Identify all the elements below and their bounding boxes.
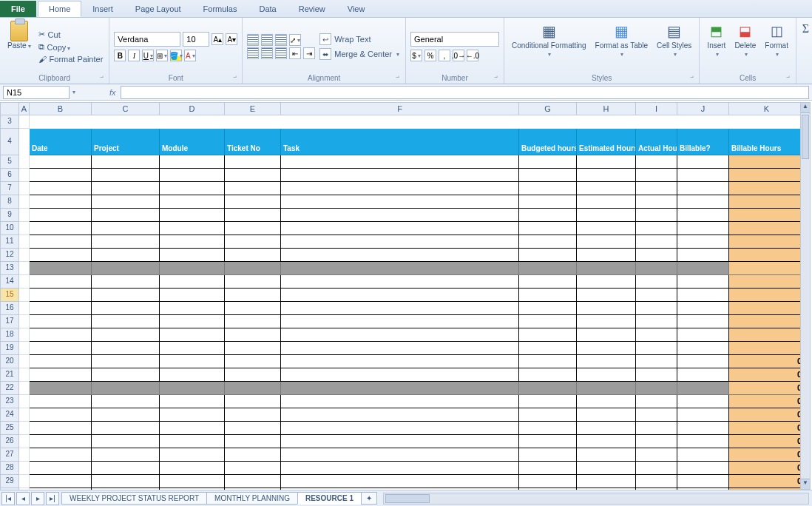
cell-C3[interactable] bbox=[92, 115, 160, 129]
cell-E22[interactable] bbox=[225, 382, 281, 395]
fx-icon[interactable]: fx bbox=[109, 88, 116, 97]
row-header-4[interactable]: 4 bbox=[0, 129, 19, 155]
cell-C27[interactable] bbox=[92, 448, 160, 462]
cell-J29[interactable] bbox=[677, 475, 729, 488]
cell-C18[interactable] bbox=[92, 328, 160, 342]
cell-G22[interactable] bbox=[519, 382, 577, 395]
cell-D15[interactable] bbox=[160, 289, 225, 302]
cell-G11[interactable] bbox=[519, 235, 577, 249]
wrap-text-button[interactable]: ↩Wrap Text bbox=[318, 33, 401, 46]
cell-E24[interactable] bbox=[225, 408, 281, 422]
sheet-tab-resource-1[interactable]: RESOURCE 1 bbox=[297, 492, 362, 505]
cell-F22[interactable] bbox=[281, 382, 519, 395]
row-header-23[interactable]: 23 bbox=[0, 395, 19, 408]
tab-view[interactable]: View bbox=[336, 1, 376, 17]
cell-B26[interactable] bbox=[30, 435, 92, 448]
cell-D18[interactable] bbox=[160, 328, 225, 342]
cell-F11[interactable] bbox=[281, 235, 519, 249]
cell-J27[interactable] bbox=[677, 448, 729, 462]
cell-K15[interactable] bbox=[729, 289, 805, 302]
cell-C15[interactable] bbox=[92, 289, 160, 302]
sheet-nav-2[interactable]: ▸ bbox=[31, 492, 44, 505]
name-box[interactable] bbox=[3, 86, 70, 99]
cell-I3[interactable] bbox=[636, 115, 677, 129]
sheet-nav-0[interactable]: |◂ bbox=[1, 492, 15, 505]
row-header-16[interactable]: 16 bbox=[0, 302, 19, 315]
cell-F26[interactable] bbox=[281, 435, 519, 448]
row-header-20[interactable]: 20 bbox=[0, 355, 19, 368]
tab-file[interactable]: File bbox=[0, 1, 36, 17]
percent-button[interactable]: % bbox=[424, 50, 436, 61]
cell-H4[interactable]: Estimated Hours bbox=[577, 129, 636, 155]
cell-D13[interactable] bbox=[160, 262, 225, 275]
row-header-30[interactable]: 30 bbox=[0, 488, 19, 490]
row-header-29[interactable]: 29 bbox=[0, 475, 19, 488]
cell-H16[interactable] bbox=[577, 302, 636, 315]
cell-G5[interactable] bbox=[519, 155, 577, 169]
row-header-26[interactable]: 26 bbox=[0, 435, 19, 448]
cell-B4[interactable]: Date bbox=[30, 129, 92, 155]
cell-G6[interactable] bbox=[519, 169, 577, 182]
row-header-18[interactable]: 18 bbox=[0, 328, 19, 342]
cell-K20[interactable]: 0 bbox=[729, 355, 805, 368]
cell-G26[interactable] bbox=[519, 435, 577, 448]
cell-C11[interactable] bbox=[92, 235, 160, 249]
cell-E13[interactable] bbox=[225, 262, 281, 275]
cell-G7[interactable] bbox=[519, 182, 577, 195]
cell-E18[interactable] bbox=[225, 328, 281, 342]
cell-K28[interactable]: 0 bbox=[729, 462, 805, 475]
cell-C20[interactable] bbox=[92, 355, 160, 368]
cell-J23[interactable] bbox=[677, 395, 729, 408]
cell-E27[interactable] bbox=[225, 448, 281, 462]
row-header-9[interactable]: 9 bbox=[0, 209, 19, 222]
row-header-19[interactable]: 19 bbox=[0, 342, 19, 355]
cell-G20[interactable] bbox=[519, 355, 577, 368]
cell-K23[interactable]: 0 bbox=[729, 395, 805, 408]
row-header-13[interactable]: 13 bbox=[0, 262, 19, 275]
cell-H18[interactable] bbox=[577, 328, 636, 342]
cell-E16[interactable] bbox=[225, 302, 281, 315]
row-header-5[interactable]: 5 bbox=[0, 155, 19, 169]
cell-F28[interactable] bbox=[281, 462, 519, 475]
tab-home[interactable]: Home bbox=[38, 1, 81, 17]
currency-button[interactable]: $ bbox=[410, 50, 422, 61]
cell-A8[interactable] bbox=[19, 195, 30, 209]
cell-K6[interactable] bbox=[729, 169, 805, 182]
cell-K11[interactable] bbox=[729, 235, 805, 249]
cell-A9[interactable] bbox=[19, 209, 30, 222]
align-left-button[interactable] bbox=[247, 47, 259, 59]
cell-K4[interactable]: Billable Hours bbox=[729, 129, 805, 155]
sheet-tab-monthly-planning[interactable]: MONTHLY PLANNING bbox=[206, 492, 298, 505]
row-header-24[interactable]: 24 bbox=[0, 408, 19, 422]
namebox-dropdown[interactable]: ▾ bbox=[72, 89, 75, 95]
cell-B15[interactable] bbox=[30, 289, 92, 302]
format-painter-button[interactable]: Format Painter bbox=[37, 54, 105, 64]
cell-J11[interactable] bbox=[677, 235, 729, 249]
cell-D3[interactable] bbox=[160, 115, 225, 129]
cell-D6[interactable] bbox=[160, 169, 225, 182]
cell-A27[interactable] bbox=[19, 448, 30, 462]
cell-A25[interactable] bbox=[19, 422, 30, 435]
cell-A28[interactable] bbox=[19, 462, 30, 475]
cell-D8[interactable] bbox=[160, 195, 225, 209]
cell-H9[interactable] bbox=[577, 209, 636, 222]
cell-F20[interactable] bbox=[281, 355, 519, 368]
cell-E5[interactable] bbox=[225, 155, 281, 169]
comma-button[interactable]: , bbox=[439, 50, 450, 61]
cell-F27[interactable] bbox=[281, 448, 519, 462]
cell-D25[interactable] bbox=[160, 422, 225, 435]
cell-E8[interactable] bbox=[225, 195, 281, 209]
cell-G19[interactable] bbox=[519, 342, 577, 355]
cell-J21[interactable] bbox=[677, 368, 729, 382]
cell-J24[interactable] bbox=[677, 408, 729, 422]
cell-I20[interactable] bbox=[636, 355, 677, 368]
cell-E20[interactable] bbox=[225, 355, 281, 368]
cell-C17[interactable] bbox=[92, 315, 160, 328]
cell-G16[interactable] bbox=[519, 302, 577, 315]
cell-E12[interactable] bbox=[225, 249, 281, 262]
cell-B14[interactable] bbox=[30, 275, 92, 289]
cell-B22[interactable] bbox=[30, 382, 92, 395]
cell-A26[interactable] bbox=[19, 435, 30, 448]
cell-D4[interactable]: Module bbox=[160, 129, 225, 155]
cell-H26[interactable] bbox=[577, 435, 636, 448]
